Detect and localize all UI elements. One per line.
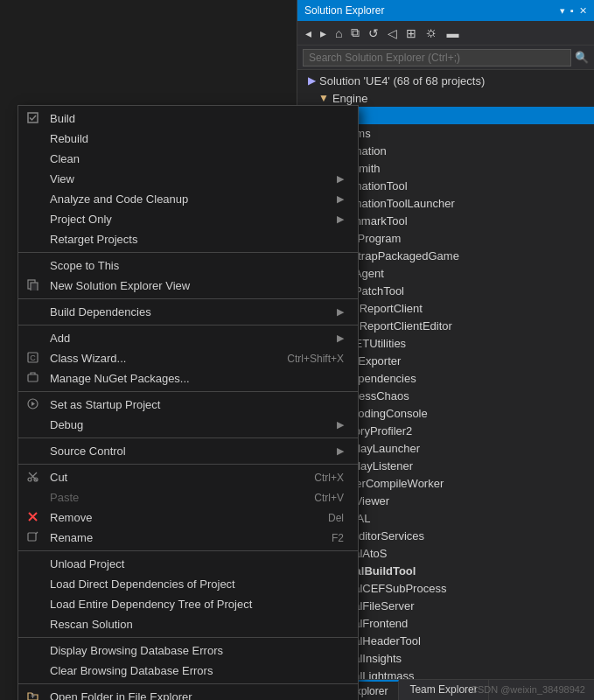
svg-line-11 [31, 472, 37, 478]
cm-item-load_tree[interactable]: Load Entire Dependency Tree of Project [18, 594, 358, 614]
cm-item-add[interactable]: Add▶ [18, 328, 358, 348]
cm-item-rescan[interactable]: Rescan Solution [18, 614, 358, 634]
cm-item-startup[interactable]: Set as Startup Project [18, 395, 358, 415]
cm-label-rename: Rename [50, 531, 314, 544]
svg-marker-7 [31, 402, 35, 406]
cm-separator [18, 252, 358, 253]
cm-item-open_folder[interactable]: Open Folder in File Explorer [18, 687, 358, 700]
cm-separator [18, 391, 358, 392]
cm-label-clean: Clean [50, 152, 344, 165]
svg-rect-2 [31, 283, 38, 290]
cm-label-cut: Cut [50, 471, 297, 484]
layout-btn[interactable]: ⊞ [403, 24, 419, 42]
solution-icon: ▶ [308, 74, 316, 87]
pin-icon[interactable]: ▾ [560, 5, 565, 17]
svg-rect-0 [28, 113, 38, 122]
cm-separator [18, 637, 358, 638]
solution-label: Solution 'UE4' (68 of 68 projects) [319, 74, 485, 88]
se-title-icons: ▾ ▪ ✕ [560, 5, 587, 17]
back-btn[interactable]: ◂ [303, 24, 314, 42]
tree-solution[interactable]: ▶ Solution 'UE4' (68 of 68 projects) [297, 72, 594, 89]
cm-shortcut-paste: Ctrl+V [314, 492, 344, 504]
svg-rect-14 [28, 533, 36, 541]
cm-item-debug[interactable]: Debug▶ [18, 415, 358, 435]
cm-separator [18, 464, 358, 465]
cm-item-display_browse[interactable]: Display Browsing Database Errors [18, 640, 358, 661]
tree-engine[interactable]: ▼ Engine [297, 89, 594, 107]
cm-item-cut[interactable]: CutCtrl+X [18, 467, 358, 487]
settings-btn[interactable]: ⛭ [423, 24, 440, 42]
se-titlebar: Solution Explorer ▾ ▪ ✕ [297, 0, 594, 21]
cm-item-build[interactable]: Build [18, 108, 358, 129]
engine-label: Engine [332, 92, 367, 105]
context-menu: BuildRebuildCleanView▶Analyze and Code C… [17, 105, 359, 700]
se-title: Solution Explorer [304, 4, 384, 17]
cm-label-load_direct: Load Direct Dependencies of Project [50, 578, 344, 591]
cm-item-nuget[interactable]: Manage NuGet Packages... [18, 368, 358, 388]
cm-icon-build [27, 112, 38, 126]
cm-label-project_only: Project Only [50, 213, 333, 226]
cm-label-add: Add [50, 332, 333, 345]
cm-item-remove[interactable]: RemoveDel [18, 508, 358, 528]
expand-btn[interactable]: ▬ [444, 24, 461, 42]
cm-item-clean[interactable]: Clean [18, 149, 358, 169]
cm-separator [18, 325, 358, 326]
home-btn[interactable]: ⌂ [332, 24, 345, 42]
cm-icon-class_wizard: C [27, 352, 38, 366]
minimize-icon[interactable]: ▪ [570, 5, 574, 16]
cm-label-new_se_view: New Solution Explorer View [50, 279, 344, 292]
cm-icon-remove [27, 511, 38, 525]
cm-icon-startup [27, 398, 38, 412]
cm-item-view[interactable]: View▶ [18, 169, 358, 189]
cm-label-build: Build [50, 112, 344, 125]
cm-arrow-source_control: ▶ [337, 445, 344, 457]
cm-item-build_deps[interactable]: Build Dependencies▶ [18, 302, 358, 322]
cm-label-scope: Scope to This [50, 259, 344, 272]
cm-item-rename[interactable]: RenameF2 [18, 528, 358, 548]
refresh-btn[interactable]: ↺ [366, 24, 381, 42]
cm-item-class_wizard[interactable]: CClass Wizard...Ctrl+Shift+X [18, 348, 358, 368]
cm-item-new_se_view[interactable]: New Solution Explorer View [18, 276, 358, 296]
se-search: 🔍 [297, 46, 594, 70]
cm-arrow-add: ▶ [337, 332, 344, 344]
cm-label-source_control: Source Control [50, 444, 333, 458]
cm-item-retarget[interactable]: Retarget Projects [18, 229, 358, 249]
cm-label-analyze: Analyze and Code Cleanup [50, 192, 333, 206]
cm-label-clear_browse: Clear Browsing Database Errors [50, 664, 344, 677]
se-toolbar: ◂ ▸ ⌂ ⧉ ↺ ◁ ⊞ ⛭ ▬ [297, 21, 594, 46]
cm-item-load_direct[interactable]: Load Direct Dependencies of Project [18, 574, 358, 594]
sync-btn[interactable]: ⧉ [348, 24, 362, 42]
cm-label-paste: Paste [50, 491, 297, 504]
cm-label-display_browse: Display Browsing Database Errors [50, 644, 344, 657]
cm-item-analyze[interactable]: Analyze and Code Cleanup▶ [18, 189, 358, 209]
cm-label-load_tree: Load Entire Dependency Tree of Project [50, 598, 344, 611]
cm-item-paste: PasteCtrl+V [18, 487, 358, 508]
cm-label-debug: Debug [50, 418, 333, 431]
search-icon: 🔍 [575, 51, 589, 64]
cm-arrow-analyze: ▶ [337, 193, 344, 205]
cm-item-scope[interactable]: Scope to This [18, 256, 358, 276]
cm-item-rebuild[interactable]: Rebuild [18, 129, 358, 149]
cm-label-remove: Remove [50, 511, 311, 524]
cm-item-unload[interactable]: Unload Project [18, 554, 358, 574]
search-input[interactable] [303, 49, 571, 66]
cm-icon-cut [27, 471, 38, 485]
cm-shortcut-class_wizard: Ctrl+Shift+X [287, 353, 344, 365]
cm-label-retarget: Retarget Projects [50, 233, 344, 246]
cm-separator [18, 298, 358, 299]
cm-separator [18, 683, 358, 684]
cm-item-source_control[interactable]: Source Control▶ [18, 441, 358, 461]
back2-btn[interactable]: ◁ [385, 24, 400, 42]
cm-shortcut-remove: Del [328, 512, 344, 524]
cm-separator [18, 550, 358, 551]
folder-icon: ▼ [318, 92, 329, 104]
cm-label-rebuild: Rebuild [50, 132, 344, 145]
svg-rect-5 [28, 374, 38, 382]
cm-label-rescan: Rescan Solution [50, 618, 344, 631]
close-icon[interactable]: ✕ [579, 5, 587, 17]
forward-btn[interactable]: ▸ [318, 24, 329, 42]
cm-item-project_only[interactable]: Project Only▶ [18, 209, 358, 229]
cm-label-open_folder: Open Folder in File Explorer [50, 690, 344, 700]
cm-item-clear_browse[interactable]: Clear Browsing Database Errors [18, 661, 358, 681]
cm-separator [18, 438, 358, 438]
